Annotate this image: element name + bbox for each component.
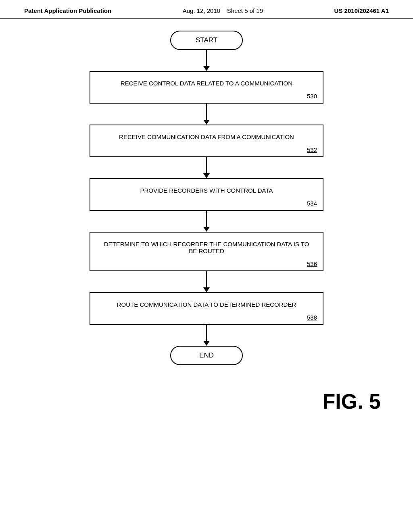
arrow-line — [206, 104, 207, 120]
box-530-ref: 530 — [307, 93, 317, 100]
arrow-530-to-532 — [203, 104, 210, 125]
box-538: ROUTE COMMUNICATION DATA TO DETERMINED R… — [90, 292, 323, 325]
arrow-534-to-536 — [203, 211, 210, 232]
arrow-532-to-534 — [203, 157, 210, 178]
box-530-text: RECEIVE CONTROL DATA RELATED TO A COMMUN… — [102, 80, 311, 95]
end-node: END — [170, 346, 243, 365]
arrow-line — [206, 271, 207, 287]
start-node: START — [170, 31, 243, 50]
box-536-ref: 536 — [307, 260, 317, 267]
arrow-start-to-530 — [203, 50, 210, 71]
sheet-info: Aug. 12, 2010 Sheet 5 of 19 — [183, 7, 263, 14]
figure-label: FIG. 5 — [0, 389, 413, 414]
arrow-head — [203, 287, 210, 292]
arrow-line — [206, 211, 207, 227]
box-532: RECEIVE COMMUNICATION DATA FROM A COMMUN… — [90, 125, 323, 157]
page-header: Patent Application Publication Aug. 12, … — [0, 0, 413, 19]
box-536-text: DETERMINE TO WHICH RECORDER THE COMMUNIC… — [102, 241, 311, 262]
publication-label: Patent Application Publication — [24, 7, 111, 14]
arrow-line — [206, 325, 207, 341]
arrow-head — [203, 66, 210, 71]
arrow-536-to-538 — [203, 271, 210, 292]
arrow-head — [203, 120, 210, 125]
box-534-ref: 534 — [307, 200, 317, 207]
box-538-ref: 538 — [307, 314, 317, 321]
arrow-line — [206, 50, 207, 66]
sheet-number: Sheet 5 — [227, 7, 248, 14]
box-536: DETERMINE TO WHICH RECORDER THE COMMUNIC… — [90, 232, 323, 271]
box-534: PROVIDE RECORDERS WITH CONTROL DATA 534 — [90, 178, 323, 211]
flowchart-diagram: START RECEIVE CONTROL DATA RELATED TO A … — [0, 19, 413, 373]
arrow-head — [203, 173, 210, 178]
box-534-text: PROVIDE RECORDERS WITH CONTROL DATA — [102, 187, 311, 202]
box-532-ref: 532 — [307, 146, 317, 153]
box-538-text: ROUTE COMMUNICATION DATA TO DETERMINED R… — [102, 301, 311, 316]
box-532-text: RECEIVE COMMUNICATION DATA FROM A COMMUN… — [102, 133, 311, 148]
box-530: RECEIVE CONTROL DATA RELATED TO A COMMUN… — [90, 71, 323, 104]
arrow-head — [203, 227, 210, 232]
arrow-line — [206, 157, 207, 173]
patent-number: US 2010/202461 A1 — [334, 7, 389, 14]
publication-date: Aug. 12, 2010 — [183, 7, 220, 14]
sheet-of: of 19 — [250, 7, 263, 14]
arrow-538-to-end — [203, 325, 210, 346]
arrow-head — [203, 341, 210, 346]
